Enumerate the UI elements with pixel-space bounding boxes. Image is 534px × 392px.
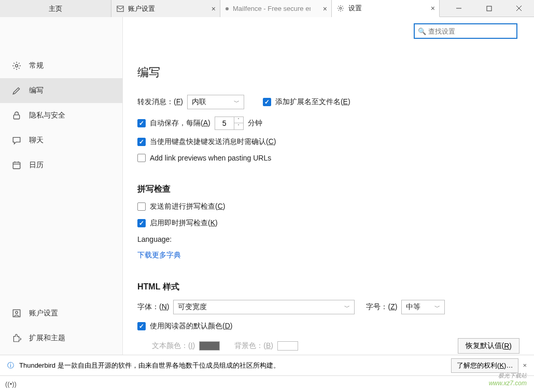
- svg-rect-8: [13, 162, 20, 168]
- sidebar-item-general[interactable]: 常规: [0, 53, 122, 78]
- minimize-button[interactable]: [444, 0, 474, 17]
- lock-icon: [11, 111, 22, 120]
- tab-settings-label: 设置: [348, 4, 362, 13]
- bg-color-swatch[interactable]: [277, 341, 298, 351]
- chevron-down-icon: ﹀: [344, 303, 350, 311]
- autosave-unit: 分钟: [248, 119, 262, 128]
- font-select[interactable]: 可变宽度﹀: [173, 300, 355, 314]
- titlebar: 主页 账户设置 × Mailfence - Free secure em × 设…: [0, 0, 534, 17]
- sidebar-label-privacy: 隐私与安全: [29, 111, 65, 120]
- sidebar-label-account-settings: 账户设置: [29, 309, 58, 318]
- html-style-title: HTML 样式: [137, 282, 519, 293]
- text-color-swatch[interactable]: [199, 341, 220, 351]
- font-label: 字体：(N): [137, 302, 169, 312]
- tab-account[interactable]: 账户设置 ×: [111, 0, 220, 17]
- close-button[interactable]: [504, 0, 534, 17]
- restore-defaults-button[interactable]: 恢复默认值(R): [458, 338, 519, 354]
- calendar-icon: [11, 161, 22, 170]
- puzzle-icon: [11, 333, 22, 343]
- sidebar-item-compose[interactable]: 编写: [0, 78, 122, 103]
- close-icon[interactable]: ×: [212, 5, 216, 13]
- tab-home-label: 主页: [49, 4, 62, 13]
- window-controls: [444, 0, 534, 17]
- footer-bar: ⓘ Thunderbird 是一款自由且开源的软件，由来自世界各地数千位成员组成…: [0, 355, 534, 375]
- spell-before-checkbox[interactable]: [137, 202, 146, 211]
- sidebar-label-compose: 编写: [29, 86, 44, 95]
- page-title: 编写: [137, 65, 519, 80]
- close-icon[interactable]: ×: [431, 4, 435, 12]
- spell-inline-checkbox[interactable]: [137, 219, 146, 227]
- chat-icon: [11, 136, 22, 145]
- search-input[interactable]: [428, 27, 515, 35]
- pencil-icon: [11, 86, 22, 95]
- sidebar-item-privacy[interactable]: 隐私与安全: [0, 103, 122, 128]
- svg-point-13: [16, 311, 18, 314]
- stepper-down-icon[interactable]: ˅: [234, 123, 243, 129]
- tab-home[interactable]: 主页: [0, 0, 111, 17]
- close-icon[interactable]: ×: [323, 5, 327, 13]
- sidebar: 常规 编写 隐私与安全 聊天 日历 账户设置 扩展和主题: [0, 17, 123, 359]
- svg-rect-3: [487, 6, 491, 11]
- svg-rect-7: [13, 115, 19, 119]
- tab-mailfence-label: Mailfence - Free secure em: [233, 5, 311, 12]
- svg-point-1: [340, 7, 342, 9]
- link-preview-checkbox[interactable]: [137, 154, 146, 162]
- download-dict-link[interactable]: 下载更多字典: [137, 251, 181, 260]
- content: 🔍 编写 转发消息：(F) 内联﹀ 添加扩展名至文件名(E) 自动保存，每隔(A…: [123, 17, 534, 359]
- forward-label: 转发消息：(F): [137, 97, 183, 107]
- search-icon: 🔍: [418, 27, 426, 35]
- sidebar-item-chat[interactable]: 聊天: [0, 128, 122, 153]
- sidebar-label-calendar: 日历: [29, 161, 44, 170]
- autosave-input[interactable]: [215, 119, 234, 127]
- autosave-checkbox[interactable]: [137, 119, 146, 127]
- language-label: Language:: [137, 235, 172, 243]
- close-icon[interactable]: ×: [523, 361, 527, 369]
- confirm-send-label: 当使用键盘快捷键发送消息时需确认(C): [150, 137, 276, 147]
- bg-color-label: 背景色：(B): [234, 341, 273, 351]
- add-extension-label: 添加扩展名至文件名(E): [275, 97, 350, 107]
- sidebar-label-general: 常规: [29, 61, 44, 70]
- size-label: 字号：(Z): [366, 302, 397, 312]
- tab-account-label: 账户设置: [128, 4, 155, 13]
- account-icon: [117, 5, 124, 12]
- stepper-up-icon[interactable]: ˄: [234, 117, 243, 123]
- spell-before-label: 发送前进行拼写检查(C): [150, 202, 225, 211]
- chevron-down-icon: ﹀: [434, 303, 440, 311]
- sidebar-item-calendar[interactable]: 日历: [0, 153, 122, 178]
- chevron-down-icon: ﹀: [234, 98, 240, 106]
- rights-button[interactable]: 了解您的权利(K)…: [451, 358, 518, 373]
- confirm-send-checkbox[interactable]: [137, 138, 146, 146]
- footer-message: Thunderbird 是一款自由且开源的软件，由来自世界各地数千位成员组成的社…: [19, 361, 280, 370]
- gear-icon: [337, 5, 344, 12]
- info-icon: ⓘ: [7, 361, 14, 370]
- sidebar-label-chat: 聊天: [29, 136, 44, 145]
- sidebar-label-extensions: 扩展和主题: [29, 333, 65, 343]
- size-select[interactable]: 中等﹀: [401, 300, 445, 314]
- reader-color-checkbox[interactable]: [137, 322, 146, 330]
- sidebar-item-account-settings[interactable]: 账户设置: [0, 301, 122, 326]
- forward-select[interactable]: 内联﹀: [187, 95, 244, 109]
- sidebar-item-extensions[interactable]: 扩展和主题: [0, 326, 122, 351]
- link-preview-label: Add link previews when pasting URLs: [150, 154, 271, 162]
- reader-color-label: 使用阅读器的默认颜色(D): [150, 322, 232, 331]
- gear-icon: [11, 61, 22, 70]
- spell-title: 拼写检查: [137, 184, 519, 195]
- maximize-button[interactable]: [474, 0, 504, 17]
- text-color-label: 文本颜色：(I): [152, 341, 195, 351]
- signal-icon[interactable]: ((•)): [5, 380, 17, 388]
- tab-mailfence[interactable]: Mailfence - Free secure em ×: [220, 0, 332, 17]
- autosave-stepper[interactable]: ˄˅: [215, 117, 244, 130]
- account-box-icon: [11, 309, 22, 318]
- svg-point-6: [16, 65, 18, 67]
- svg-rect-0: [117, 6, 123, 11]
- tab-settings[interactable]: 设置 ×: [332, 0, 440, 17]
- search-box[interactable]: 🔍: [414, 23, 517, 39]
- statusbar: ((•)): [0, 375, 534, 392]
- autosave-label: 自动保存，每隔(A): [150, 119, 210, 128]
- spell-inline-label: 启用即时拼写检查(K): [150, 219, 218, 228]
- add-extension-checkbox[interactable]: [263, 98, 271, 106]
- tab-dot-icon: [226, 7, 229, 10]
